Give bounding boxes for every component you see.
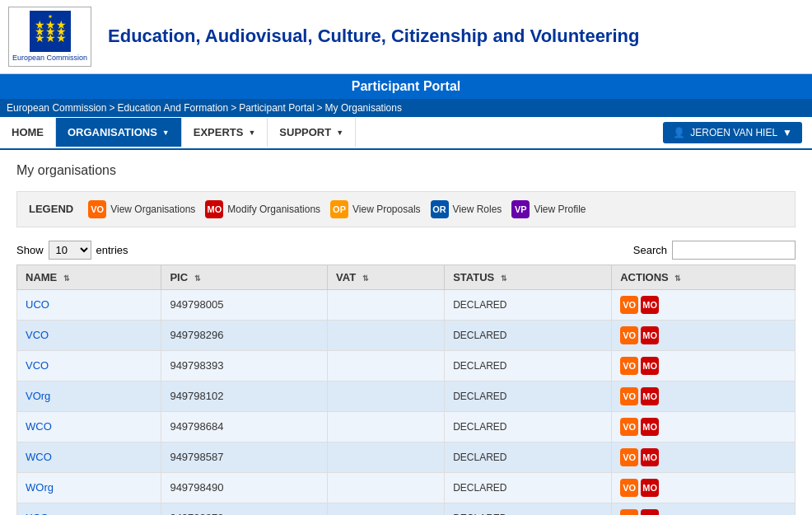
breadcrumb-item-3[interactable]: Participant Portal (239, 102, 314, 114)
cell-pic: 949798102 (161, 381, 328, 411)
org-name-link[interactable]: WCO (26, 420, 52, 433)
sort-name-icon: ⇅ (63, 274, 70, 283)
cell-pic: 949798393 (161, 350, 328, 381)
action-badge-vo[interactable]: VO (620, 479, 638, 497)
cell-actions: VOMO (612, 289, 796, 320)
eu-stars-circle: ★★★ ★★★ ★★★ (30, 11, 71, 52)
cell-status: DECLARED (445, 350, 612, 381)
action-badge-vo[interactable]: VO (620, 418, 638, 436)
col-pic[interactable]: PIC ⇅ (161, 265, 328, 289)
action-badge-vo[interactable]: VO (620, 326, 638, 344)
col-status[interactable]: STATUS ⇅ (445, 265, 612, 289)
cell-status: DECLARED (445, 503, 612, 515)
action-badge-vo[interactable]: VO (620, 296, 638, 314)
cell-pic: 949798490 (161, 472, 328, 503)
cell-name: WOrg (17, 472, 161, 503)
badge-vp: VP (511, 200, 530, 218)
badge-or: OR (431, 200, 449, 218)
cell-status: DECLARED (445, 320, 612, 350)
table-row: VCO949798296DECLAREDVOMO (17, 320, 796, 350)
cell-pic: 949798296 (161, 320, 328, 350)
legend-or-text: View Roles (453, 204, 502, 215)
org-name-link[interactable]: VCO (26, 359, 49, 372)
cell-status: DECLARED (445, 289, 612, 320)
sort-vat-icon: ⇅ (362, 274, 369, 283)
breadcrumb-sep-2: > (231, 102, 236, 114)
col-vat[interactable]: VAT ⇅ (328, 265, 445, 289)
cell-name: VOrg (17, 381, 161, 411)
eu-stars-svg: ★★★ ★★★ ★★★ (31, 12, 69, 50)
cell-name: VCO (17, 320, 161, 350)
legend-item-op: OP View Proposals (330, 200, 421, 218)
table-row: XCO949798878DECLAREDVOMO (17, 503, 796, 515)
cell-pic: 949798005 (161, 289, 328, 320)
legend-vp-text: View Profile (534, 204, 586, 215)
col-name[interactable]: NAME ⇅ (17, 265, 161, 289)
breadcrumb-bar: European Commission > Education And Form… (0, 99, 812, 117)
action-badge-mo[interactable]: MO (641, 326, 659, 344)
org-name-link[interactable]: WCO (26, 451, 52, 463)
experts-caret: ▼ (248, 129, 255, 137)
action-badge-vo[interactable]: VO (620, 448, 638, 466)
header-title: Education, Audiovisual, Culture, Citizen… (108, 26, 804, 47)
action-badge-vo[interactable]: VO (620, 357, 638, 375)
col-actions[interactable]: ACTIONS ⇅ (612, 265, 796, 289)
nav-experts[interactable]: EXPERTS ▼ (182, 118, 268, 147)
cell-vat (328, 381, 445, 411)
logo-area: ★★★ ★★★ ★★★ European Commission (8, 7, 91, 67)
cell-name: UCO (17, 289, 161, 320)
org-name-link[interactable]: WOrg (26, 481, 54, 494)
nav-support[interactable]: SUPPORT ▼ (268, 118, 356, 147)
action-badge-vo[interactable]: VO (620, 509, 638, 515)
table-row: VCO949798393DECLAREDVOMO (17, 350, 796, 381)
search-input[interactable] (672, 241, 796, 260)
sort-pic-icon: ⇅ (194, 274, 201, 283)
action-badge-vo[interactable]: VO (620, 387, 638, 405)
action-badge-mo[interactable]: MO (641, 479, 659, 497)
header-subtitle-bar: Participant Portal (0, 74, 812, 99)
action-badge-mo[interactable]: MO (641, 296, 659, 314)
cell-vat (328, 289, 445, 320)
main-content: My organisations LEGEND VO View Organisa… (0, 150, 812, 515)
nav-organisations[interactable]: ORGANISATIONS ▼ (56, 118, 182, 147)
user-name: JEROEN VAN HIEL (690, 127, 777, 138)
table-controls: Show 10 25 50 100 entries Search (16, 241, 796, 260)
action-badge-mo[interactable]: MO (641, 448, 659, 466)
eu-commission-label: European Commission (12, 54, 87, 63)
sort-status-icon: ⇅ (501, 274, 507, 283)
badge-vo: VO (88, 200, 106, 218)
cell-actions: VOMO (612, 350, 796, 381)
cell-actions: VOMO (612, 503, 796, 515)
entries-select[interactable]: 10 25 50 100 (49, 241, 91, 260)
show-label: Show (16, 244, 44, 256)
cell-vat (328, 411, 445, 442)
legend-item-or: OR View Roles (431, 200, 502, 218)
legend-item-vp: VP View Profile (511, 200, 586, 218)
header-top: ★★★ ★★★ ★★★ European Commission Educatio… (0, 0, 812, 74)
eu-logo-box: ★★★ ★★★ ★★★ European Commission (8, 7, 91, 67)
action-badge-mo[interactable]: MO (641, 387, 659, 405)
user-menu-button[interactable]: 👤 JEROEN VAN HIEL ▼ (663, 122, 802, 143)
cell-vat (328, 442, 445, 472)
show-entries: Show 10 25 50 100 entries (16, 241, 128, 260)
cell-status: DECLARED (445, 442, 612, 472)
user-dropdown-caret: ▼ (782, 127, 792, 138)
cell-actions: VOMO (612, 411, 796, 442)
nav-home[interactable]: HOME (0, 118, 56, 147)
action-badge-mo[interactable]: MO (641, 418, 659, 436)
org-name-link[interactable]: VOrg (26, 390, 50, 402)
search-box: Search (633, 241, 796, 260)
breadcrumb-sep-3: > (317, 102, 323, 114)
action-badge-mo[interactable]: MO (641, 357, 659, 375)
cell-name: WCO (17, 442, 161, 472)
table-row: WCO949798587DECLAREDVOMO (17, 442, 796, 472)
org-name-link[interactable]: XCO (26, 512, 49, 515)
nav-right: 👤 JEROEN VAN HIEL ▼ (653, 117, 812, 148)
legend-op-text: View Proposals (352, 204, 421, 215)
cell-pic: 949798587 (161, 442, 328, 472)
org-name-link[interactable]: UCO (26, 298, 49, 311)
org-name-link[interactable]: VCO (26, 329, 49, 341)
action-badge-mo[interactable]: MO (641, 509, 659, 515)
breadcrumb-item-1[interactable]: European Commission (7, 102, 106, 114)
breadcrumb-item-2[interactable]: Education And Formation (117, 102, 228, 114)
